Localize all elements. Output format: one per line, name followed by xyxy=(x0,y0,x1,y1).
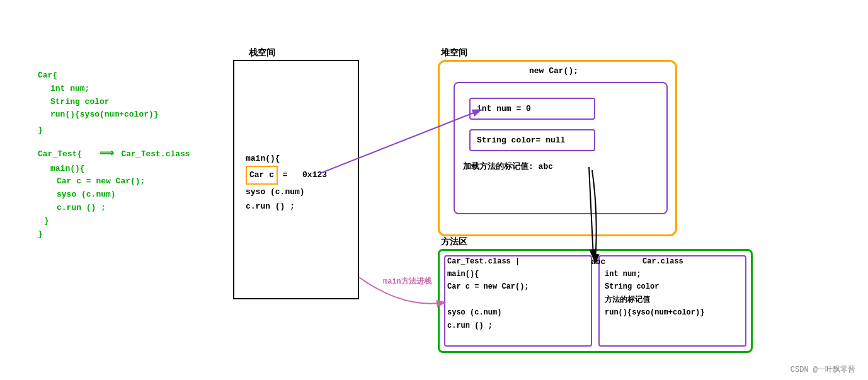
close2: } xyxy=(44,215,190,228)
stack-main-content: main(){ Car c = 0x123 syso (c.num) c.run… xyxy=(246,151,327,214)
stack-label: 栈空间 xyxy=(249,47,275,59)
int-num-line: int num; xyxy=(50,83,190,96)
c-run-line: c.run () ; xyxy=(57,202,190,215)
mr-1: int num; xyxy=(605,268,704,280)
code-left: Car{ int num; String color run(){syso(nu… xyxy=(38,69,190,241)
watermark: CSDN @一叶飘零晋 xyxy=(791,364,855,375)
close3: } xyxy=(38,228,190,241)
heap-new-car-label: new Car(); xyxy=(529,66,578,76)
heap-label: 堆空间 xyxy=(441,47,467,59)
stack-push-label: main方法进栈 xyxy=(383,276,431,287)
run-method-line: run(){syso(num+color)} xyxy=(50,108,190,122)
car-test-class-open: Car_Test{ ⟹ Car_Test.class xyxy=(38,146,190,163)
method-right-content: int num; String color 方法的标记值 run(){syso(… xyxy=(605,268,704,320)
method-car-test-label: Car_Test.class | xyxy=(447,257,520,266)
ml-4: syso (c.num) xyxy=(447,306,529,319)
diagram-container: Car{ int num; String color run(){syso(nu… xyxy=(0,0,868,380)
heap-method-label: 加载方法的标记值: abc xyxy=(463,161,553,172)
ml-2: Car c = new Car(); xyxy=(447,280,529,293)
stack-car-c-line: Car c = 0x123 xyxy=(246,166,327,184)
heap-string-color-field: String color= null xyxy=(469,129,595,151)
method-area-label: 方法区 xyxy=(441,236,467,248)
car-close-brace: } xyxy=(38,124,190,137)
string-color-line: String color xyxy=(50,96,190,109)
stack-main-line: main(){ xyxy=(246,151,327,166)
equals-0x123: = 0x123 xyxy=(283,170,327,180)
ml-3 xyxy=(447,294,529,306)
car-test-class-label: Car_Test.class xyxy=(121,149,190,159)
ml-5: c.run () ; xyxy=(447,320,529,332)
method-left-content: main(){ Car c = new Car(); syso (c.num) … xyxy=(447,268,529,332)
car-c-box: Car c xyxy=(246,166,278,184)
mr-4: run(){syso(num+color)} xyxy=(605,306,704,319)
mr-2: String color xyxy=(605,280,704,293)
abc-label: abc xyxy=(591,257,605,267)
stack-crun-line: c.run () ; xyxy=(246,199,327,214)
mr-3: 方法的标记值 xyxy=(605,294,704,306)
car-test-arrow-icon: ⟹ xyxy=(100,146,114,163)
syso-line: syso (c.num) xyxy=(57,188,190,202)
car-class-open: Car{ xyxy=(38,69,190,83)
ml-1: main(){ xyxy=(447,268,529,280)
stack-syso-line: syso (c.num) xyxy=(246,185,327,199)
main-method-line: main(){ xyxy=(50,163,190,176)
method-car-class-label: Car.class xyxy=(642,257,683,266)
car-c-new-line: Car c = new Car(); xyxy=(57,175,190,188)
heap-int-num-field: int num = 0 xyxy=(469,98,595,120)
